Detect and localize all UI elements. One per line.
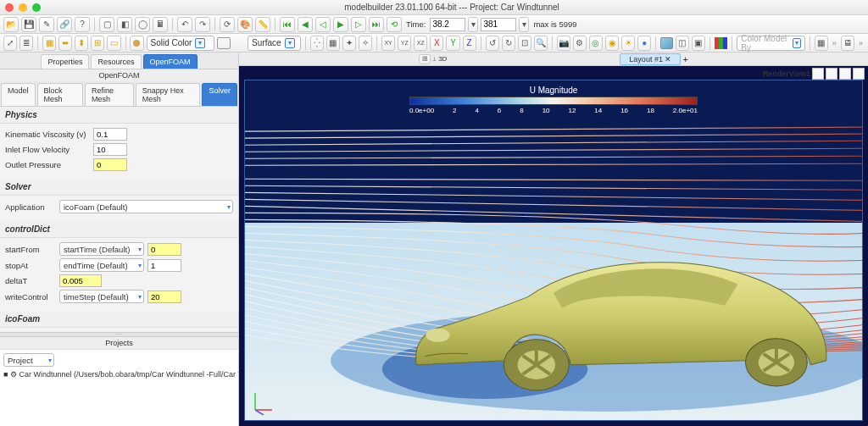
- color-button[interactable]: [217, 37, 231, 49]
- icofoam-header: icoFoam: [0, 311, 238, 328]
- frame-dd-icon[interactable]: ▾: [519, 17, 529, 32]
- tab-snappy-hex-mesh[interactable]: Snappy Hex Mesh: [136, 83, 201, 106]
- view-z-icon[interactable]: Z: [463, 36, 476, 51]
- calc-icon[interactable]: 🖩: [153, 17, 168, 32]
- rv-btn-4[interactable]: [853, 68, 865, 80]
- view-x-icon[interactable]: X: [430, 36, 443, 51]
- axes-3d-icon[interactable]: 3D: [438, 55, 447, 63]
- settings-icon[interactable]: ⚙: [573, 36, 587, 51]
- save-icon[interactable]: 💾: [21, 17, 36, 32]
- plane-icon[interactable]: ▭: [107, 36, 120, 51]
- split-h-icon[interactable]: ⬌: [58, 36, 72, 51]
- toolbar-overflow-icon[interactable]: »: [831, 39, 838, 47]
- application-select[interactable]: icoFoam (Default): [59, 200, 233, 213]
- tab-model[interactable]: Model: [1, 83, 36, 106]
- camera-icon[interactable]: 📷: [557, 36, 570, 51]
- scatter-icon[interactable]: ⁛: [310, 36, 324, 51]
- edit-icon[interactable]: ✎: [39, 17, 54, 32]
- more-2-icon[interactable]: ✧: [359, 36, 372, 51]
- cube-tool-icon[interactable]: ◧: [117, 17, 132, 32]
- project-tree-item[interactable]: ■ ⚙ Car Windtunnel (/Users/bob.obara/tmp…: [3, 370, 235, 379]
- layers-icon[interactable]: ≣: [19, 36, 33, 51]
- first-frame-icon[interactable]: ⏮: [280, 17, 295, 32]
- play-icon[interactable]: ▶: [333, 17, 348, 32]
- tab-properties[interactable]: Properties: [41, 54, 89, 69]
- ruler-icon[interactable]: 📏: [255, 17, 270, 32]
- grid-icon[interactable]: ⊞: [91, 36, 104, 51]
- axes-2d-icon[interactable]: ⟂: [432, 55, 437, 63]
- play-back-icon[interactable]: ◁: [315, 17, 331, 32]
- redo-icon[interactable]: ↷: [195, 17, 210, 32]
- time-input[interactable]: [430, 18, 465, 31]
- minimize-window-button[interactable]: [19, 3, 27, 12]
- prev-frame-icon[interactable]: ◀: [298, 17, 313, 32]
- startfrom-select[interactable]: startTime (Default): [59, 242, 144, 256]
- light-icon[interactable]: ☀: [621, 36, 635, 51]
- compass-icon[interactable]: ◉: [605, 36, 619, 51]
- tab-refine-mesh[interactable]: Refine Mesh: [85, 83, 134, 106]
- reload-icon[interactable]: ⟳: [220, 17, 235, 32]
- ball-icon[interactable]: ●: [637, 36, 651, 51]
- split-v-icon[interactable]: ⬍: [75, 36, 88, 51]
- expand-icon[interactable]: ⤢: [3, 36, 17, 51]
- stopat-select[interactable]: endTime (Default): [59, 258, 144, 272]
- rv-btn-1[interactable]: [812, 68, 824, 80]
- writecontrol-input[interactable]: [147, 290, 181, 303]
- close-window-button[interactable]: [5, 3, 14, 12]
- last-frame-icon[interactable]: ⏭: [369, 17, 384, 32]
- link-icon[interactable]: 🔗: [57, 17, 72, 32]
- layout-grid-icon[interactable]: ⊞: [419, 54, 431, 64]
- loop-icon[interactable]: ⟲: [387, 17, 402, 32]
- add-layout-icon[interactable]: +: [682, 54, 687, 64]
- viewport[interactable]: U Magnitude 0.0e+00246810121416182.0e+01: [244, 80, 863, 421]
- target-icon[interactable]: ◎: [589, 36, 603, 51]
- color-model-dropdown[interactable]: Color Model By▾: [737, 36, 804, 51]
- representation-dropdown[interactable]: Solid Color▾: [147, 36, 214, 51]
- layout-tab[interactable]: Layout #1 ✕: [620, 53, 681, 65]
- stripe-icon[interactable]: [715, 37, 728, 49]
- stopat-input[interactable]: [147, 259, 181, 272]
- tab-solver[interactable]: Solver: [202, 83, 237, 106]
- tab-block-mesh[interactable]: Block Mesh: [37, 83, 83, 106]
- isometric-icon[interactable]: [660, 37, 672, 49]
- display-dropdown[interactable]: Surface▾: [248, 36, 301, 51]
- rotate-right-icon[interactable]: ↻: [502, 36, 515, 51]
- writecontrol-select[interactable]: timeStep (Default): [59, 290, 144, 303]
- time-dd-icon[interactable]: ▾: [468, 17, 478, 32]
- tab-resources[interactable]: Resources: [91, 54, 141, 69]
- more-1-icon[interactable]: ✦: [342, 36, 356, 51]
- undo-icon[interactable]: ↶: [177, 17, 192, 32]
- inlet-input[interactable]: [93, 143, 127, 156]
- wireframe-icon[interactable]: ▦: [326, 36, 340, 51]
- project-select[interactable]: Project: [3, 353, 54, 367]
- table-icon[interactable]: ▦: [815, 36, 828, 51]
- tab-openfoam[interactable]: OpenFOAM: [143, 54, 198, 69]
- wire-cube-icon[interactable]: ▣: [692, 36, 705, 51]
- view-yz-icon[interactable]: YZ: [398, 36, 411, 51]
- box-tool-icon[interactable]: ▢: [99, 17, 114, 32]
- rv-btn-2[interactable]: [826, 68, 837, 80]
- help-icon[interactable]: ?: [75, 17, 90, 32]
- color-swatch[interactable]: [130, 36, 143, 51]
- open-icon[interactable]: 📂: [3, 17, 19, 32]
- view-xz-icon[interactable]: XZ: [414, 36, 427, 51]
- fit-icon[interactable]: ⊡: [518, 36, 531, 51]
- view-xy-icon[interactable]: XY: [381, 36, 395, 51]
- monitor-icon[interactable]: 🖥: [841, 36, 854, 51]
- toolbar-overflow2-icon[interactable]: »: [857, 39, 865, 47]
- zoom-icon[interactable]: 🔍: [534, 36, 548, 51]
- deltat-input[interactable]: [59, 274, 102, 287]
- startfrom-input[interactable]: [147, 243, 181, 256]
- flat-cube-icon[interactable]: ◫: [676, 36, 689, 51]
- kin-visc-input[interactable]: [93, 128, 127, 141]
- view-y-icon[interactable]: Y: [446, 36, 459, 51]
- rv-btn-3[interactable]: [839, 68, 851, 80]
- outlet-input[interactable]: [93, 158, 127, 171]
- sphere-tool-icon[interactable]: ◯: [135, 17, 150, 32]
- next-frame-icon[interactable]: ▷: [351, 17, 366, 32]
- rotate-left-icon[interactable]: ↺: [486, 36, 499, 51]
- assign-icon[interactable]: ▦: [42, 36, 56, 51]
- palette-icon[interactable]: 🎨: [237, 17, 253, 32]
- zoom-window-button[interactable]: [32, 3, 41, 12]
- frame-input[interactable]: [481, 18, 516, 31]
